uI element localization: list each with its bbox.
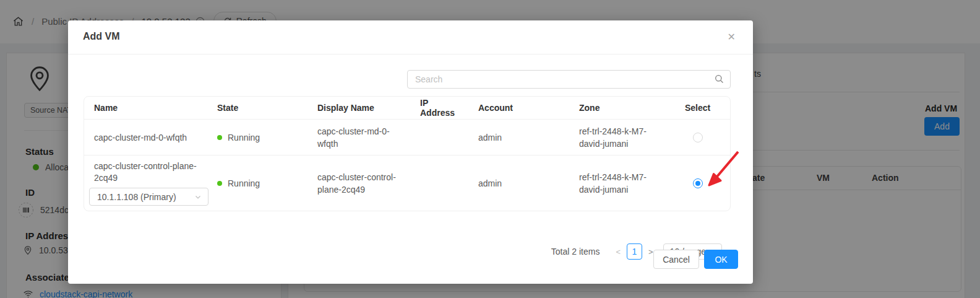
- state-text: Running: [228, 178, 260, 188]
- cell-name: capc-cluster-md-0-wfqth: [84, 133, 207, 142]
- cell-state: Running: [207, 178, 307, 188]
- state-text: Running: [228, 133, 260, 142]
- vm-select-radio[interactable]: [693, 133, 703, 142]
- pagination-total: Total 2 items: [551, 247, 600, 256]
- pagination-next-icon[interactable]: >: [648, 247, 653, 256]
- cancel-button[interactable]: Cancel: [653, 250, 699, 269]
- modal-header: Add VM ✕: [68, 20, 753, 55]
- chevron-down-icon: [194, 193, 202, 201]
- modal-footer: Cancel OK: [653, 250, 738, 269]
- close-icon[interactable]: ✕: [728, 30, 736, 44]
- modal-title: Add VM: [83, 31, 120, 42]
- cell-zone: ref-trl-2448-k-M7-david-jumani: [569, 125, 665, 150]
- screen: / Public IP Addresses / 10.0.53.123 Refr…: [0, 0, 980, 298]
- running-dot: [217, 135, 222, 140]
- pagination-prev-icon[interactable]: <: [616, 247, 621, 256]
- search-icon[interactable]: [714, 74, 724, 87]
- cell-zone: ref-trl-2448-k-M7-david-jumani: [569, 171, 665, 196]
- cell-display-name: capc-cluster-control-plane-2cq49: [307, 171, 410, 196]
- cell-display-name: capc-cluster-md-0-wfqth: [307, 125, 410, 150]
- cell-account: admin: [468, 178, 569, 188]
- pagination-page-1[interactable]: 1: [627, 243, 642, 260]
- table-row: capc-cluster-md-0-wfqth Running capc-clu…: [84, 120, 730, 156]
- table-header-row: Name State Display Name IP Address Accou…: [84, 97, 730, 120]
- nic-selected-value: 10.1.1.108 (Primary): [97, 192, 194, 202]
- header-zone: Zone: [569, 103, 665, 113]
- search-input[interactable]: [407, 70, 731, 89]
- nic-select-dropdown[interactable]: 10.1.1.108 (Primary): [89, 188, 208, 206]
- running-dot: [217, 181, 222, 186]
- cell-name: capc-cluster-control-plane-2cq49 10.1.1.…: [84, 160, 207, 206]
- header-account: Account: [468, 103, 569, 113]
- vm-select-table: Name State Display Name IP Address Accou…: [84, 96, 731, 211]
- cell-state: Running: [207, 133, 307, 142]
- search-box: [407, 70, 731, 89]
- table-row: capc-cluster-control-plane-2cq49 10.1.1.…: [84, 156, 730, 211]
- cell-account: admin: [468, 133, 569, 142]
- header-ip-address: IP Address: [410, 98, 468, 118]
- add-vm-modal: Add VM ✕ Name State Display Name IP Addr…: [68, 20, 753, 284]
- vm-select-radio-checked[interactable]: [693, 178, 703, 188]
- header-name: Name: [84, 103, 207, 113]
- header-display-name: Display Name: [307, 103, 410, 113]
- header-select: Select: [665, 103, 730, 113]
- vm-name: capc-cluster-control-plane-2cq49: [94, 160, 197, 184]
- cell-select: [665, 132, 730, 142]
- header-state: State: [207, 103, 307, 113]
- ok-button[interactable]: OK: [704, 250, 738, 269]
- cell-select: [665, 178, 730, 188]
